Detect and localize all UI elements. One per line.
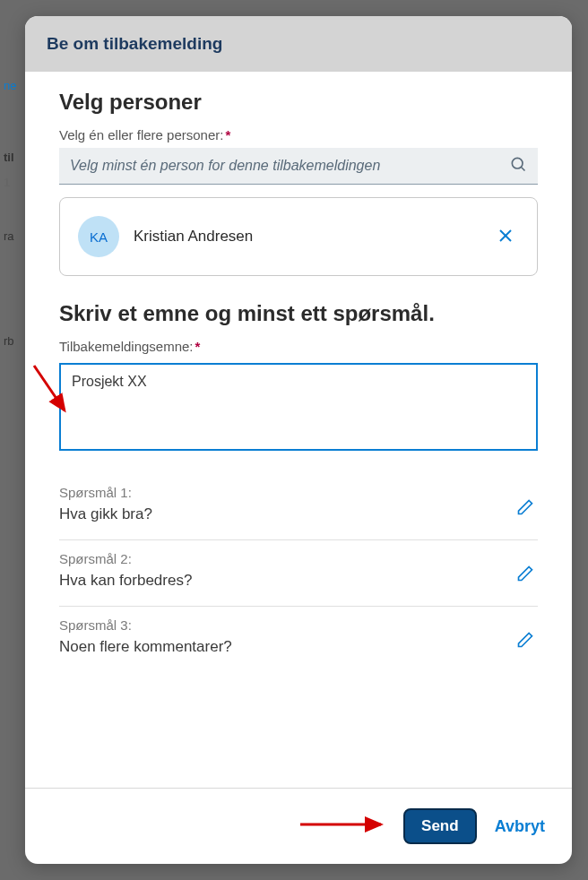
question-text: Hva gikk bra? [59,505,513,523]
remove-person-button[interactable] [492,224,519,250]
people-heading: Velg personer [59,90,538,115]
pencil-icon[interactable] [513,561,538,590]
send-button[interactable]: Send [403,808,477,844]
question-text: Noen flere kommentarer? [59,638,513,656]
question-text: Hva kan forbedres? [59,572,513,590]
question-label: Spørsmål 2: [59,551,513,566]
question-label: Spørsmål 1: [59,485,513,500]
backdrop-fragment: ne [4,79,16,92]
people-label-text: Velg én eller flere personer: [59,127,223,142]
selected-people-container: KA Kristian Andresen [59,197,538,276]
modal-body: Velg personer Velg én eller flere person… [25,72,572,788]
people-label: Velg én eller flere personer:* [59,127,538,142]
avatar: KA [78,216,119,257]
backdrop-fragment: til [4,151,14,164]
backdrop-fragment: ra [4,229,14,243]
modal-header: Be om tilbakemelding [25,16,572,72]
backdrop-fragment: rb [4,334,14,348]
question-label: Spørsmål 3: [59,617,513,633]
backdrop-fragment: 1 [4,176,10,189]
required-asterisk: * [195,339,201,354]
person-search-input[interactable]: Velg minst én person for denne tilbakeme… [59,148,538,185]
search-icon[interactable] [509,155,527,177]
modal-title: Be om tilbakemelding [47,34,550,54]
subject-label-text: Tilbakemeldingsemne: [59,339,194,354]
question-row: Spørsmål 1: Hva gikk bra? [59,474,538,540]
modal-footer: Send Avbryt [25,788,572,864]
question-row: Spørsmål 2: Hva kan forbedres? [59,540,538,607]
svg-line-1 [522,168,525,171]
search-placeholder-text: Velg minst én person for denne tilbakeme… [70,158,509,174]
subject-label: Tilbakemeldingsemne:* [59,339,538,354]
subject-textarea[interactable] [59,363,538,451]
required-asterisk: * [225,127,230,142]
pencil-icon[interactable] [513,627,538,656]
question-row: Spørsmål 3: Noen flere kommentarer? [59,607,538,672]
pencil-icon[interactable] [513,495,538,523]
feedback-modal: Be om tilbakemelding Velg personer Velg … [25,16,572,864]
person-chip: KA Kristian Andresen [78,216,519,257]
svg-point-0 [512,158,523,168]
cancel-button[interactable]: Avbryt [495,817,545,836]
subject-heading: Skriv et emne og minst ett spørsmål. [59,301,538,326]
person-name: Kristian Andresen [134,228,492,246]
